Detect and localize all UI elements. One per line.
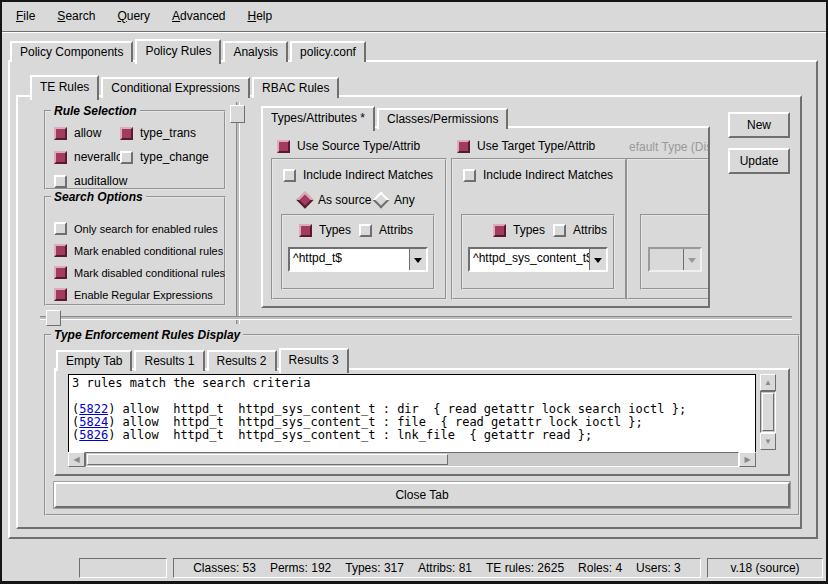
tab-classes-permissions[interactable]: Classes/Permissions: [377, 108, 508, 129]
rule1-body: allow httpd_t httpd_sys_content_t : dir …: [115, 402, 686, 416]
checkbox-type-change-indicator: [120, 151, 133, 164]
checkbox-regex[interactable]: Enable Regular Expressions: [54, 288, 225, 301]
checkbox-allow-label: allow: [74, 126, 101, 140]
checkbox-mark-disabled[interactable]: Mark disabled conditional rules: [54, 266, 225, 279]
results-vscroll-thumb[interactable]: [762, 393, 774, 431]
stat-roles: Roles: 4: [578, 561, 622, 575]
checkbox-only-enabled[interactable]: Only search for enabled rules: [54, 222, 225, 235]
radio-as-source[interactable]: As source: [299, 193, 371, 207]
tab-empty-tab[interactable]: Empty Tab: [56, 350, 132, 371]
menu-help[interactable]: Help: [245, 7, 274, 25]
results-vscroll-trough[interactable]: [760, 391, 776, 433]
target-type-combobox[interactable]: ^httpd_sys_content_t$: [468, 247, 608, 272]
rule3-body: allow httpd_t httpd_sys_content_t : lnk_…: [115, 428, 592, 442]
results-text-area[interactable]: 3 rules match the search criteria (5822)…: [68, 374, 756, 454]
tab-conditional-expressions[interactable]: Conditional Expressions: [101, 77, 250, 98]
checkbox-type-change-label: type_change: [140, 150, 209, 164]
vertical-sash-handle[interactable]: [230, 105, 245, 123]
status-bar: Classes: 53 Perms: 192 Types: 317 Attrib…: [2, 554, 826, 581]
checkbox-source-attribs[interactable]: Attribs: [359, 223, 413, 237]
target-type-combobox-value: ^httpd_sys_content_t$: [470, 249, 589, 270]
rule2-number-link[interactable]: 5824: [79, 415, 108, 429]
checkbox-use-source-indicator: [277, 140, 290, 153]
vertical-sash[interactable]: [236, 102, 240, 324]
radio-as-source-indicator: [297, 192, 314, 209]
checkbox-allow-indicator: [54, 127, 67, 140]
checkbox-source-indirect[interactable]: Include Indirect Matches: [283, 168, 433, 182]
checkbox-allow[interactable]: allow: [54, 126, 120, 140]
results-page: 3 rules match the search criteria (5822)…: [54, 368, 790, 476]
source-combo-dropdown-icon[interactable]: [409, 249, 426, 270]
source-type-combobox[interactable]: ^httpd_t$: [288, 247, 428, 272]
default-type-label: efault Type (Disa: [629, 140, 710, 154]
status-empty-panel: [79, 558, 167, 578]
checkbox-source-types-indicator: [299, 224, 312, 237]
menu-search[interactable]: Search: [55, 7, 97, 25]
tab-analysis[interactable]: Analysis: [223, 41, 288, 62]
menu-file[interactable]: File: [14, 7, 37, 25]
checkbox-use-target[interactable]: Use Target Type/Attrib: [457, 139, 595, 153]
rule1-number-link[interactable]: 5822: [79, 402, 108, 416]
checkbox-target-indirect-indicator: [463, 169, 476, 182]
tab-policy-conf[interactable]: policy.conf: [290, 41, 366, 62]
checkbox-mark-enabled[interactable]: Mark enabled conditional rules: [54, 244, 225, 257]
status-stats-panel: Classes: 53 Perms: 192 Types: 317 Attrib…: [173, 558, 701, 578]
checkbox-source-types-label: Types: [319, 223, 351, 237]
menu-query[interactable]: Query: [115, 7, 152, 25]
menu-advanced[interactable]: Advanced: [170, 7, 227, 25]
source-type-box: Include Indirect Matches As source Any T…: [271, 158, 447, 300]
default-type-box: [626, 158, 710, 300]
horizontal-sash-handle[interactable]: [46, 310, 61, 326]
default-types-box: [640, 214, 710, 290]
target-types-box: Types Attribs ^httpd_sys_content_t$: [461, 214, 615, 290]
results-hscroll-trough[interactable]: [85, 452, 739, 467]
new-button[interactable]: New: [728, 112, 790, 138]
rule3-number-link[interactable]: 5826: [79, 428, 108, 442]
update-button[interactable]: Update: [728, 148, 790, 174]
checkbox-type-change[interactable]: type_change: [120, 150, 209, 164]
menu-help-accel: H: [247, 9, 256, 23]
stat-attribs: Attribs: 81: [418, 561, 472, 575]
target-type-box: Include Indirect Matches Types Attribs ^…: [451, 158, 627, 300]
tab-policy-components[interactable]: Policy Components: [10, 41, 133, 62]
app-window: File Search Query Advanced Help Policy C…: [0, 0, 828, 584]
tab-types-attributes[interactable]: Types/Attributes *: [261, 106, 375, 131]
scroll-up-icon[interactable]: ▲: [760, 374, 776, 391]
checkbox-target-types-indicator: [493, 224, 506, 237]
results-horizontal-scrollbar[interactable]: ◀ ▶: [68, 452, 756, 467]
tab-policy-rules[interactable]: Policy Rules: [135, 39, 221, 64]
checkbox-neverallow[interactable]: neverallow: [54, 150, 120, 164]
scroll-left-icon[interactable]: ◀: [68, 452, 85, 467]
results-summary: 3 rules match the search criteria: [72, 377, 752, 390]
checkbox-mark-disabled-indicator: [54, 266, 67, 279]
checkbox-source-types[interactable]: Types: [299, 223, 351, 237]
checkbox-target-attribs[interactable]: Attribs: [553, 223, 607, 237]
checkbox-target-indirect-label: Include Indirect Matches: [483, 168, 613, 182]
tab-results-1[interactable]: Results 1: [134, 350, 204, 371]
radio-any[interactable]: Any: [375, 193, 415, 207]
checkbox-target-indirect[interactable]: Include Indirect Matches: [463, 168, 613, 182]
version-label: v.18 (source): [730, 561, 799, 575]
tab-rbac-rules[interactable]: RBAC Rules: [252, 77, 339, 98]
close-tab-button[interactable]: Close Tab: [54, 482, 790, 508]
target-combo-dropdown-icon[interactable]: [589, 249, 606, 270]
scroll-right-icon[interactable]: ▶: [739, 452, 756, 467]
checkbox-use-source[interactable]: Use Source Type/Attrib: [277, 139, 420, 153]
horizontal-sash[interactable]: [40, 316, 792, 320]
radio-as-source-label: As source: [318, 193, 371, 207]
scroll-down-icon[interactable]: ▼: [760, 433, 776, 450]
tab-te-rules[interactable]: TE Rules: [30, 75, 99, 100]
stat-perms: Perms: 192: [270, 561, 331, 575]
checkbox-type-trans[interactable]: type_trans: [120, 126, 209, 140]
checkbox-regex-label: Enable Regular Expressions: [74, 289, 213, 301]
checkbox-auditallow[interactable]: auditallow: [54, 174, 120, 188]
checkbox-only-enabled-indicator: [54, 222, 67, 235]
checkbox-target-types[interactable]: Types: [493, 223, 545, 237]
tab-results-3[interactable]: Results 3: [279, 348, 349, 373]
results-hscroll-thumb[interactable]: [87, 454, 448, 465]
results-vertical-scrollbar[interactable]: ▲ ▼: [760, 374, 776, 450]
tab-results-2[interactable]: Results 2: [207, 350, 277, 371]
checkbox-source-attribs-label: Attribs: [379, 223, 413, 237]
checkbox-use-target-indicator: [457, 140, 470, 153]
te-rules-page: Rule Selection allow type_trans neverall…: [16, 95, 802, 529]
